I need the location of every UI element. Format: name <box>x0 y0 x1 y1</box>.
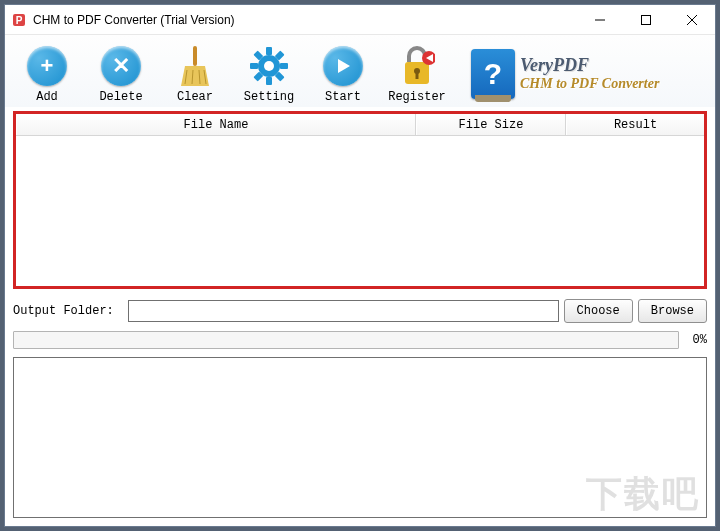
brand-tagline: CHM to PDF Converter <box>520 76 659 92</box>
table-header: File Name File Size Result <box>16 114 704 136</box>
minimize-button[interactable] <box>577 5 623 34</box>
progress-percent: 0% <box>685 333 707 347</box>
table-body[interactable] <box>16 136 704 286</box>
svg-text:P: P <box>16 15 23 26</box>
progress-bar <box>13 331 679 349</box>
clear-button[interactable]: Clear <box>165 44 225 104</box>
start-button[interactable]: Start <box>313 44 373 104</box>
output-folder-input[interactable] <box>128 300 559 322</box>
svg-point-20 <box>264 61 274 71</box>
setting-button[interactable]: Setting <box>239 44 299 104</box>
play-icon <box>323 46 363 86</box>
maximize-button[interactable] <box>623 5 669 34</box>
app-window: P CHM to PDF Converter (Trial Version) +… <box>4 4 716 527</box>
close-button[interactable] <box>669 5 715 34</box>
browse-button[interactable]: Browse <box>638 299 707 323</box>
svg-rect-15 <box>280 63 288 69</box>
column-filesize[interactable]: File Size <box>416 114 566 135</box>
output-folder-label: Output Folder: <box>13 304 123 318</box>
add-button[interactable]: + Add <box>17 44 77 104</box>
plus-icon: + <box>27 46 67 86</box>
brand-name: VeryPDF <box>520 55 659 76</box>
svg-rect-3 <box>642 15 651 24</box>
svg-rect-14 <box>250 63 258 69</box>
svg-rect-24 <box>416 72 419 79</box>
column-filename[interactable]: File Name <box>16 114 416 135</box>
broom-icon <box>173 44 217 88</box>
window-controls <box>577 5 715 34</box>
x-icon: ✕ <box>101 46 141 86</box>
register-button[interactable]: Register <box>387 44 447 104</box>
file-table: File Name File Size Result <box>13 111 707 289</box>
column-result[interactable]: Result <box>566 114 704 135</box>
svg-rect-13 <box>266 77 272 85</box>
gear-icon <box>247 44 291 88</box>
log-output[interactable] <box>13 357 707 518</box>
brand-logo-icon: ? <box>471 49 515 99</box>
lock-icon <box>395 44 439 88</box>
window-title: CHM to PDF Converter (Trial Version) <box>33 13 577 27</box>
brand: ? VeryPDF CHM to PDF Converter <box>461 49 703 99</box>
app-icon: P <box>11 12 27 28</box>
svg-rect-12 <box>266 47 272 55</box>
delete-button[interactable]: ✕ Delete <box>91 44 151 104</box>
titlebar: P CHM to PDF Converter (Trial Version) <box>5 5 715 35</box>
svg-rect-6 <box>193 46 197 66</box>
choose-button[interactable]: Choose <box>564 299 633 323</box>
toolbar: + Add ✕ Delete Clear Setting <box>5 35 715 107</box>
